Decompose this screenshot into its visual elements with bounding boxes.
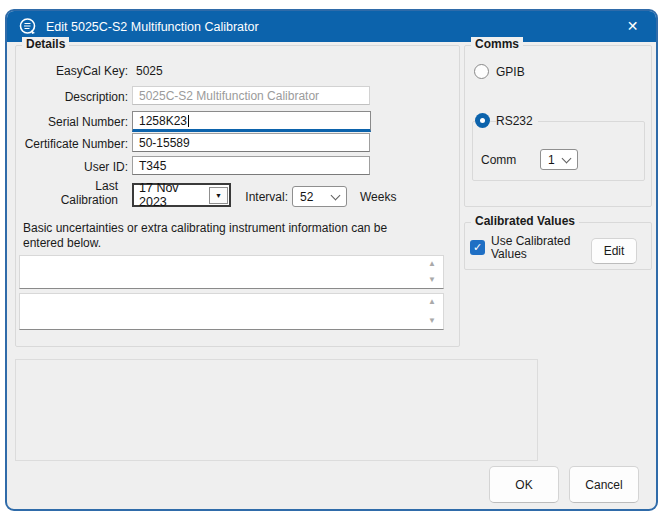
gpib-radio-label: GPIB [496, 65, 525, 79]
close-icon[interactable]: ✕ [623, 17, 642, 36]
chevron-down-icon [331, 190, 341, 200]
app-icon [18, 17, 38, 37]
user-id-field[interactable]: T345 [132, 156, 370, 175]
uncertainties-hint: Basic uncertainties or extra calibrating… [23, 221, 415, 251]
comms-group: Comms GPIB RS232 Comm 1 [464, 45, 652, 207]
use-calibrated-values-label: Use Calibrated Values [491, 235, 583, 261]
results-panel [15, 359, 538, 461]
scroll-up-icon[interactable]: ▲ [428, 298, 436, 306]
chevron-down-icon [562, 153, 572, 163]
easycal-key-value: 5025 [136, 64, 163, 78]
calibrated-values-group-label: Calibrated Values [471, 214, 579, 228]
comm-port-value: 1 [548, 153, 555, 167]
certificate-number-label: Certificate Number: [16, 137, 128, 151]
edit-button[interactable]: Edit [591, 238, 637, 264]
details-group-label: Details [22, 37, 69, 51]
easycal-key-label: EasyCal Key: [16, 64, 128, 78]
window-title: Edit 5025C-S2 Multifunction Calibrator [46, 20, 259, 34]
serial-number-field[interactable]: 1258K23 [132, 111, 371, 132]
titlebar[interactable]: Edit 5025C-S2 Multifunction Calibrator ✕ [7, 11, 656, 42]
edit-calibrator-dialog: Edit 5025C-S2 Multifunction Calibrator ✕… [5, 9, 658, 511]
interval-combo[interactable]: 52 [292, 186, 347, 207]
ok-button[interactable]: OK [489, 466, 559, 503]
calibrated-values-group: Calibrated Values ✓ Use Calibrated Value… [464, 222, 652, 270]
interval-suffix: Weeks [360, 190, 396, 204]
user-id-label: User ID: [16, 160, 128, 174]
interval-value: 52 [300, 190, 313, 204]
cancel-button[interactable]: Cancel [569, 466, 639, 503]
description-field[interactable]: 5025C-S2 Multifunction Calibrator [132, 86, 370, 105]
text-caret [188, 115, 189, 127]
last-calibration-label: LastCalibration [16, 179, 118, 207]
use-calibrated-values-checkbox[interactable]: ✓ [470, 240, 485, 255]
details-group: Details EasyCal Key: 5025 Description: 5… [15, 45, 460, 347]
serial-number-label: Serial Number: [16, 115, 128, 129]
scroll-up-icon[interactable]: ▲ [428, 260, 436, 268]
comm-label: Comm [481, 153, 516, 167]
rs232-radio[interactable] [475, 113, 490, 128]
last-calibration-value: 17 Nov 2023 [134, 181, 209, 209]
gpib-radio[interactable] [474, 64, 489, 79]
datepicker-dropdown-icon[interactable]: ▼ [209, 187, 228, 204]
description-label: Description: [16, 90, 128, 104]
scroll-down-icon[interactable]: ▼ [428, 317, 436, 325]
comm-port-combo[interactable]: 1 [540, 149, 578, 170]
notes-textarea-1[interactable]: ▲ ▼ [19, 255, 444, 289]
scroll-down-icon[interactable]: ▼ [428, 276, 436, 284]
interval-label: Interval: [238, 190, 288, 204]
comms-group-label: Comms [471, 37, 523, 51]
rs232-radio-label: RS232 [496, 114, 538, 128]
notes-textarea-2[interactable]: ▲ ▼ [19, 293, 444, 330]
certificate-number-field[interactable]: 50-15589 [132, 133, 370, 152]
last-calibration-datepicker[interactable]: 17 Nov 2023 ▼ [132, 183, 231, 207]
